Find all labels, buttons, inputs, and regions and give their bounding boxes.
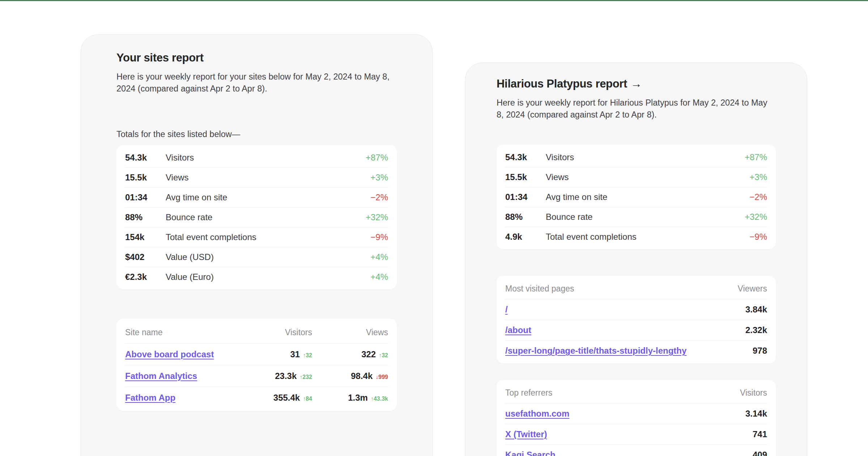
totals-row: 01:34Avg time on site−2% [505,187,767,207]
arrow-up-icon: ↑ [299,374,302,380]
table-row: X (Twitter)741 [505,424,767,444]
page-link[interactable]: /about [505,325,531,335]
metric-label: Views [166,172,370,183]
metric-label: Bounce rate [166,212,366,222]
metric-value: 01:34 [125,192,166,203]
metric-change: +3% [749,172,767,182]
table-header-row: Most visited pagesViewers [505,278,767,299]
arrow-up-icon: ↑ [303,352,306,358]
referrer-link[interactable]: usefathom.com [505,409,569,418]
totals-row: 15.5kViews+3% [505,167,767,187]
metric-value: 15.5k [505,172,546,182]
report-intro-text: Here is your weekly report for Hilarious… [497,97,775,121]
visitors-value: 3.14k [745,409,767,419]
views-trend: ↓999 [375,374,388,380]
metric-label: Value (Euro) [166,272,370,282]
metric-label: Total event completions [166,232,370,242]
metric-label: Bounce rate [546,212,745,222]
column-header-views: Views [312,328,388,337]
report-intro-text: Here is your weekly report for your site… [116,71,395,95]
page-link[interactable]: / [505,304,508,314]
arrow-up-icon: ↑ [379,352,382,358]
page-cell: / [505,304,745,315]
site-report-title: Hilarious Platypus report [497,77,627,90]
metric-value: 4.9k [505,232,546,242]
visitors-cell: 355.4k↑84 [243,393,312,403]
site-link[interactable]: Fathom App [125,393,175,402]
totals-table: 54.3kVisitors+87%15.5kViews+3%01:34Avg t… [497,145,776,249]
totals-row: 154kTotal event completions−9% [125,227,388,247]
metric-value: $402 [125,252,166,262]
views-cell: 322↑32 [312,349,388,359]
visitors-cell: 23.3k↑232 [243,371,312,381]
metric-value: €2.3k [125,272,166,282]
metric-change: +87% [745,152,767,162]
page-cell: /about [505,325,745,335]
table-row: Fathom Analytics23.3k↑23298.4k↓999 [125,365,388,387]
site-report-card: Hilarious Platypus report→ Here is your … [465,63,807,456]
site-link[interactable]: Fathom Analytics [125,371,197,381]
column-header-site-name: Site name [125,328,243,337]
top-referrers-table: Top referrersVisitorsusefathom.com3.14kX… [497,380,776,456]
visitors-value: 23.3k [275,371,297,381]
metric-value: 54.3k [125,153,166,163]
sites-table: Site nameVisitorsViewsAbove board podcas… [116,319,397,411]
table-row: /3.84k [505,299,767,320]
metric-value: 88% [505,212,546,222]
table-row: Kagi Search409 [505,444,767,456]
totals-row: 54.3kVisitors+87% [125,148,388,167]
table-header-row: Site nameVisitorsViews [125,321,388,343]
totals-row: 4.9kTotal event completions−9% [505,227,767,247]
top-accent-bar [0,0,868,1]
column-header-referrer: Top referrers [505,388,740,398]
totals-row: €2.3kValue (Euro)+4% [125,267,388,287]
column-header-visitors: Visitors [740,388,767,398]
visitors-value: 355.4k [273,393,300,402]
views-value: 1.3m [348,393,368,402]
metric-change: +32% [366,212,388,222]
site-name-cell: Fathom App [125,393,243,403]
arrow-down-icon: ↓ [375,374,378,380]
metric-change: −9% [370,232,388,242]
views-value: 322 [361,349,376,359]
referrer-link[interactable]: Kagi Search [505,450,556,456]
page-link[interactable]: /super-long/page-title/thats-stupidly-le… [505,346,686,355]
metric-change: −9% [749,232,767,242]
totals-row: 01:34Avg time on site−2% [125,187,388,207]
totals-table: 54.3kVisitors+87%15.5kViews+3%01:34Avg t… [116,145,397,289]
visitors-trend: ↑32 [303,352,312,358]
totals-row: 88%Bounce rate+32% [125,207,388,227]
site-report-title-link[interactable]: Hilarious Platypus report→ [497,77,776,91]
metric-value: 15.5k [125,172,166,183]
views-trend: ↑43.3k [371,396,388,402]
views-value: 98.4k [351,371,373,381]
metric-value: 54.3k [505,152,546,162]
referrer-cell: X (Twitter) [505,429,753,439]
visitors-trend: ↑232 [299,374,312,380]
totals-row: 88%Bounce rate+32% [505,207,767,227]
table-row: Fathom App355.4k↑841.3m↑43.3k [125,387,388,408]
views-cell: 1.3m↑43.3k [312,393,388,403]
most-visited-pages-table: Most visited pagesViewers/3.84k/about2.3… [497,276,776,363]
metric-change: +32% [745,212,767,222]
sites-report-card: Your sites report Here is your weekly re… [81,34,433,456]
visitors-cell: 31↑32 [243,349,312,359]
table-row: /super-long/page-title/thats-stupidly-le… [505,340,767,361]
totals-row: $402Value (USD)+4% [125,247,388,267]
metric-value: 88% [125,212,166,222]
metric-label: Avg time on site [546,192,749,202]
referrer-link[interactable]: X (Twitter) [505,429,547,439]
metric-label: Visitors [166,153,366,163]
metric-change: −2% [370,192,388,203]
column-header-page: Most visited pages [505,284,738,294]
viewers-value: 2.32k [745,325,767,335]
site-link[interactable]: Above board podcast [125,349,214,359]
metric-label: Total event completions [546,232,749,242]
metric-value: 154k [125,232,166,242]
visitors-value: 409 [753,450,767,456]
table-row: /about2.32k [505,320,767,340]
metric-label: Avg time on site [166,192,370,203]
totals-row: 15.5kViews+3% [125,167,388,187]
totals-row: 54.3kVisitors+87% [505,147,767,167]
referrer-cell: usefathom.com [505,409,745,419]
